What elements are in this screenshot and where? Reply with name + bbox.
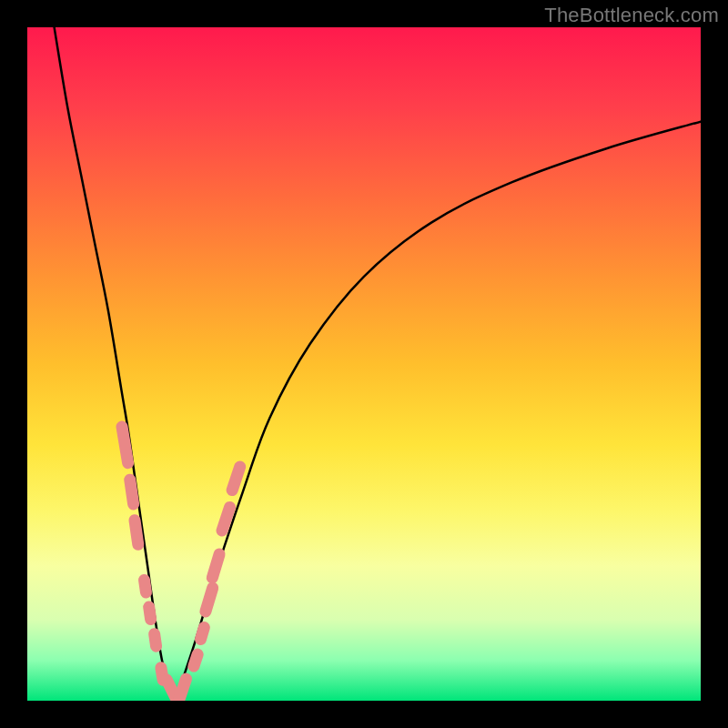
- data-marker: [193, 620, 211, 646]
- data-marker: [137, 573, 153, 599]
- data-marker: [198, 581, 220, 619]
- plot-area: [27, 27, 701, 701]
- data-marker: [123, 473, 140, 511]
- curve-left-branch: [55, 27, 176, 701]
- data-marker: [128, 513, 146, 551]
- data-marker: [205, 547, 227, 585]
- data-marker: [147, 627, 163, 652]
- chart-frame: TheBottleneck.com: [0, 0, 728, 728]
- watermark-text: TheBottleneck.com: [544, 4, 719, 27]
- data-marker: [142, 601, 157, 626]
- curve-right-branch: [176, 122, 701, 701]
- marker-group: [116, 420, 248, 701]
- data-marker: [116, 420, 136, 470]
- chart-overlay: [27, 27, 701, 701]
